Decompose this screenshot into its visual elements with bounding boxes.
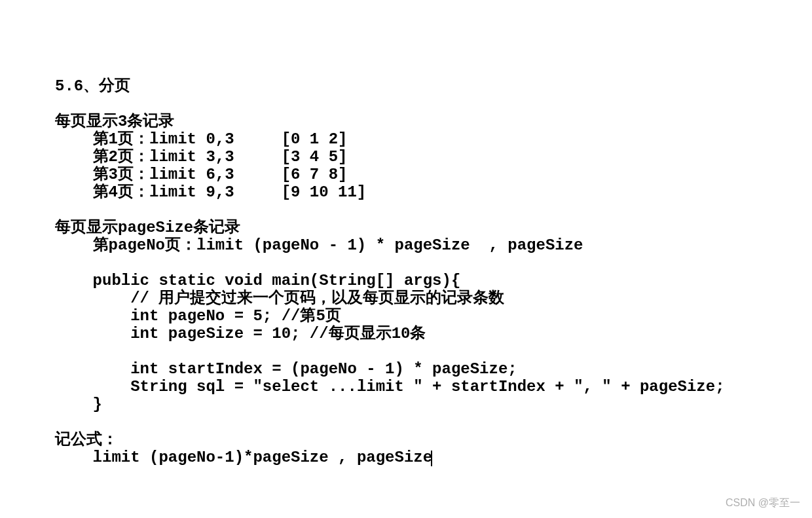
- code-line-6: int startIndex = (pageNo - 1) * pageSize…: [55, 360, 517, 378]
- page-row-1: 第1页：limit 0,3 [0 1 2]: [55, 130, 347, 148]
- watermark: CSDN @零至一: [726, 496, 800, 510]
- section-header: 5.6、分页: [55, 77, 130, 95]
- code-line-1: public static void main(String[] args){: [55, 272, 460, 289]
- code-line-8: }: [55, 396, 102, 413]
- section2-title: 每页显示pageSize条记录: [55, 219, 240, 236]
- code-line-4: int pageSize = 10; //每页显示10条: [55, 325, 426, 342]
- text-cursor-icon: [431, 451, 432, 466]
- section1-title: 每页显示3条记录: [55, 113, 174, 130]
- code-line-3: int pageNo = 5; //第5页: [55, 307, 341, 325]
- page-row-4: 第4页：limit 9,3 [9 10 11]: [55, 183, 366, 201]
- section2-formula: 第pageNo页：limit (pageNo - 1) * pageSize ,…: [55, 236, 583, 254]
- code-line-2: // 用户提交过来一个页码，以及每页显示的记录条数: [55, 289, 504, 307]
- section3-title: 记公式：: [55, 431, 118, 449]
- page-row-2: 第2页：limit 3,3 [3 4 5]: [55, 148, 347, 166]
- document-body: 5.6、分页 每页显示3条记录 第1页：limit 0,3 [0 1 2] 第2…: [55, 77, 725, 466]
- section3-formula: limit (pageNo-1)*pageSize , pageSize: [55, 449, 432, 466]
- code-line-7: String sql = "select ...limit " + startI…: [55, 378, 725, 396]
- page-row-3: 第3页：limit 6,3 [6 7 8]: [55, 166, 347, 183]
